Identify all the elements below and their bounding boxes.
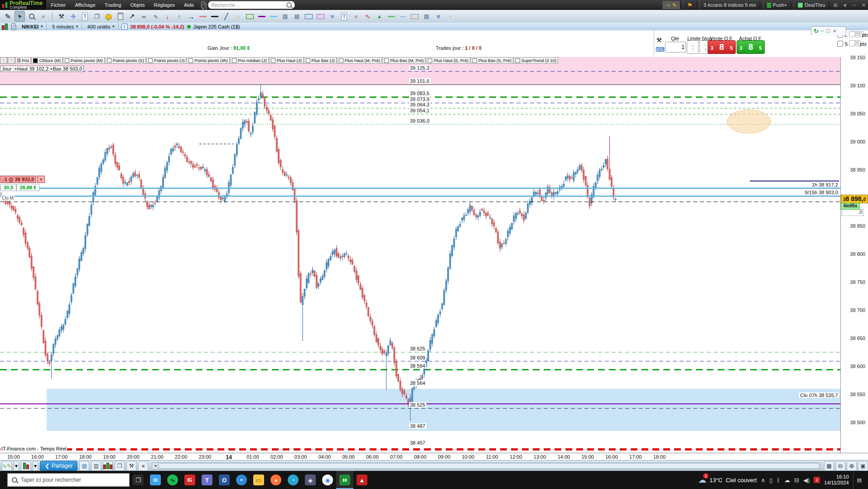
price-axis[interactable]: 38 898,0 4m05s ,0 39 15039 10039 05039 0… <box>840 57 868 453</box>
tab-points-pivots-j-[interactable]: Points pivots (J) <box>146 57 187 64</box>
duplicate-icon[interactable]: ❐ <box>92 11 102 22</box>
notification-center-icon[interactable]: ▤ <box>853 471 865 489</box>
ruler2-icon[interactable]: ▰ <box>351 11 361 22</box>
taskbar-app-firefox[interactable]: ◕ <box>267 471 285 489</box>
pin-icon[interactable]: ➤ <box>840 0 849 10</box>
tab-supertrend-3-10-[interactable]: SuperTrend (3 10) <box>514 57 558 64</box>
trend-arrow-icon[interactable]: ↗ <box>127 11 137 22</box>
workspace-status[interactable]: 3 écrans 8 indices 5 mn <box>699 1 760 9</box>
keyboard-trading-icon[interactable]: ⌨ <box>656 46 665 53</box>
oblique-line-icon[interactable]: ╱ <box>221 11 231 22</box>
calendar-button[interactable]: ▦ <box>824 461 834 471</box>
maximize-chart-button[interactable]: ☐ <box>826 29 830 34</box>
chevron-up-icon[interactable]: ∧ <box>761 477 766 484</box>
qty-input[interactable] <box>665 42 686 53</box>
menu-objets[interactable]: Objets <box>126 2 149 8</box>
workspace-icon[interactable]: ⊞ <box>832 2 839 8</box>
network-icon[interactable]: ⊟ <box>794 477 799 484</box>
annotation-a-icon[interactable]: ▤ <box>280 11 290 22</box>
arrow-right-icon[interactable]: → <box>186 11 196 22</box>
indicator-checkbox[interactable] <box>428 58 432 63</box>
draw-pencil-icon[interactable]: ✎ <box>3 11 13 22</box>
price-chart[interactable]: Jour :+Haut 39 102,2 +Bas 38 503,0 -1 @ … <box>0 57 840 453</box>
tab-plus-haut-m-pr-[interactable]: Plus Haut (M, Pré) <box>337 57 382 64</box>
instrument-select[interactable]: NIKKEI▼ <box>19 23 47 30</box>
dealthru-button[interactable]: DealThru <box>794 1 829 9</box>
global-search-input[interactable]: Recherche ... <box>208 1 295 9</box>
menu-trading[interactable]: Trading <box>100 2 126 8</box>
push-button[interactable]: Push+ <box>763 1 791 9</box>
indicator-checkbox[interactable] <box>148 58 153 63</box>
tab-plus-bas-s-pr-[interactable]: Plus Bas (S, Pré) <box>471 57 513 64</box>
arrow-up-icon[interactable]: ↑ <box>174 11 184 22</box>
taskbar-app-file-explorer[interactable]: ▭ <box>250 471 267 489</box>
stop-pts-value[interactable]: 20 <box>849 40 861 46</box>
timeframe-select[interactable]: 5 minutes▼ <box>49 23 82 30</box>
indicator-checkbox[interactable] <box>339 58 343 63</box>
parallel-lines-icon[interactable] <box>198 11 208 22</box>
annotation-c-icon[interactable]: ▤ <box>421 11 432 22</box>
taskbar-clock[interactable]: 16:10 14/11/2024 <box>824 474 849 486</box>
stop-checkbox[interactable] <box>837 41 843 48</box>
taskbar-app-spotify[interactable]: ∿ <box>164 471 181 489</box>
chart-list-button[interactable] <box>21 461 31 471</box>
taskbar-app-ig-trading[interactable]: IG <box>181 471 198 489</box>
close-button[interactable]: ✕ <box>860 2 867 8</box>
cursor-icon[interactable]: ➤ <box>14 11 25 22</box>
move-icon[interactable]: ✛ <box>68 11 78 22</box>
tab-cl-ture-m-[interactable]: Clôture (M) <box>31 57 63 64</box>
tab-points-pivots-s-[interactable]: Points pivots (S) <box>105 57 146 64</box>
blue-rect-icon[interactable] <box>304 11 314 22</box>
limit-order-button[interactable]: ↓↑ <box>687 40 699 54</box>
volume-icon[interactable]: ◀) <box>803 477 810 484</box>
zoom-out-button[interactable]: ⊖ <box>835 461 845 471</box>
minimize-button[interactable]: ─ <box>851 2 858 8</box>
rectangle-tool-icon[interactable] <box>245 11 255 22</box>
order-settings-icon[interactable]: ⚒ <box>656 37 662 43</box>
phone-icon[interactable]: ▯ <box>769 477 772 484</box>
menu-fichier[interactable]: Fichier <box>46 2 70 8</box>
tools-icon[interactable]: ⚒ <box>56 11 67 22</box>
limit-pts-value[interactable]: 200 <box>849 31 863 37</box>
annotation-b-icon[interactable]: ▤ <box>292 11 302 22</box>
taskbar-app-teams[interactable]: T <box>198 471 216 489</box>
orderbook-button[interactable] <box>103 461 113 471</box>
bluetooth-icon[interactable]: ᛒ <box>776 477 780 484</box>
indicator-checkbox[interactable] <box>65 58 69 63</box>
taskbar-app-task-view[interactable]: ❐ <box>130 471 147 489</box>
collapse-button[interactable]: « <box>138 461 148 471</box>
chain-link-icon[interactable] <box>201 1 205 9</box>
chart-scrollbar[interactable]: ◂ <box>152 462 820 470</box>
indicator-checkbox[interactable] <box>473 58 477 63</box>
ruler-icon[interactable]: ▰ <box>38 11 48 22</box>
indicator-checkbox[interactable] <box>232 58 236 63</box>
donut-icon[interactable]: ◔ <box>445 11 455 22</box>
tab-plus-bas-j-[interactable]: Plus Bas (J) <box>304 57 337 64</box>
purple-rect-icon[interactable] <box>315 11 326 22</box>
buy-button[interactable]: 38 901,5 <box>737 40 765 54</box>
alert-icon[interactable] <box>103 11 114 22</box>
tab-plus-haut-j-[interactable]: Plus Haut (J) <box>269 57 304 64</box>
close-position-button[interactable]: × <box>37 176 44 183</box>
refresh-icon[interactable]: ↻ <box>814 28 819 34</box>
gray-rect-icon[interactable] <box>410 11 420 22</box>
green-line-icon[interactable] <box>386 11 396 22</box>
time-axis[interactable]: 15:0016:0017:0018:0019:0020:0021:0022:00… <box>0 453 868 460</box>
pattern-icon[interactable]: ▲ <box>374 11 385 22</box>
indicator-checkbox[interactable] <box>306 58 310 63</box>
windows-button[interactable]: ❐ <box>115 461 125 471</box>
units-select[interactable]: 400 unités▼ <box>85 23 119 30</box>
collapse-indicator-up-button[interactable]: ↑ <box>8 57 15 64</box>
menu-aide[interactable]: Aide <box>179 2 198 8</box>
polyline-icon[interactable]: ∿ <box>150 11 161 22</box>
close-chart-button[interactable]: ✕ <box>833 29 836 34</box>
taskbar-search-input[interactable]: Taper ici pour rechercher <box>7 473 130 487</box>
zoom-tool-icon[interactable] <box>26 11 37 22</box>
info-icon[interactable]: i <box>121 24 128 30</box>
link-points-icon[interactable]: ∞ <box>139 11 149 22</box>
taskbar-app-chrome[interactable]: ◉ <box>319 471 336 489</box>
blue-line-icon[interactable] <box>268 11 279 22</box>
taskbar-app-mail[interactable]: ✉ <box>147 471 164 489</box>
purple-line-icon[interactable] <box>256 11 267 22</box>
indicator-checkbox[interactable] <box>271 58 275 63</box>
